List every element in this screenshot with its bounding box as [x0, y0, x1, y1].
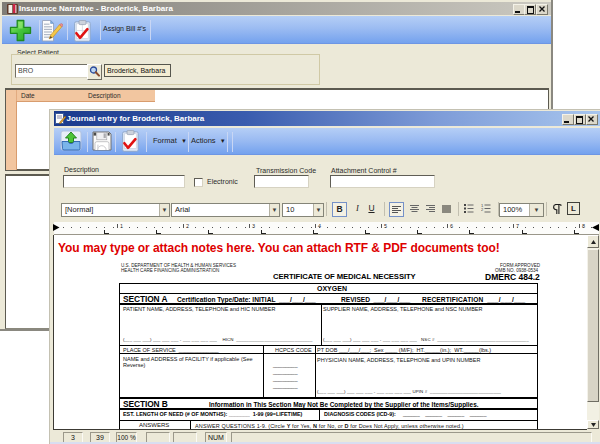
- svg-text:2: 2: [481, 207, 484, 212]
